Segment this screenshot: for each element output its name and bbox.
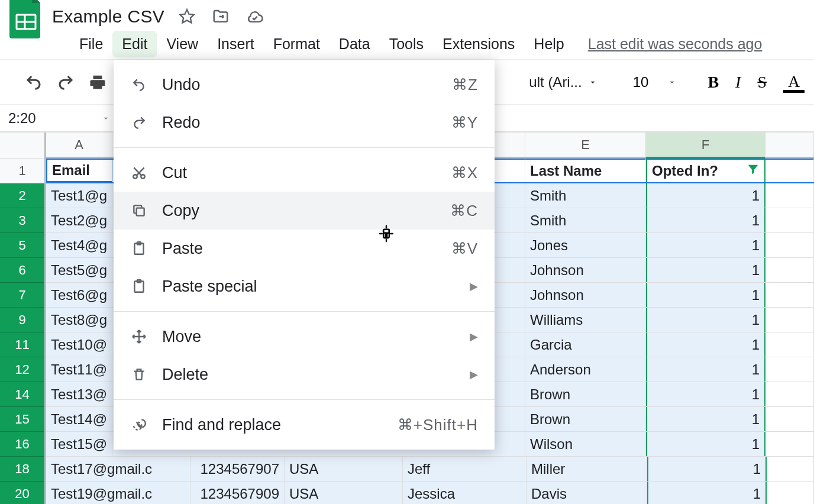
font-size-label: 10 bbox=[633, 74, 649, 91]
menu-help[interactable]: Help bbox=[524, 31, 573, 57]
print-icon[interactable] bbox=[89, 73, 106, 91]
font-family-label: ult (Ari... bbox=[529, 74, 582, 91]
menuitem-paste[interactable]: Paste⌘V bbox=[114, 230, 495, 267]
cut-icon bbox=[130, 165, 148, 180]
row-number[interactable]: 1 bbox=[0, 159, 44, 183]
menu-insert[interactable]: Insert bbox=[208, 31, 264, 57]
menu-view[interactable]: View bbox=[157, 31, 208, 57]
header-lastname[interactable]: Last Name bbox=[525, 159, 646, 182]
row-number[interactable]: 18 bbox=[0, 457, 44, 482]
table-row[interactable]: Test17@gmail.c 1234567907 USA Jeff Mille… bbox=[46, 457, 814, 482]
font-family-select[interactable]: ult (Ari... bbox=[529, 74, 597, 91]
menuitem-redo[interactable]: Redo⌘Y bbox=[114, 104, 495, 141]
chevron-down-icon bbox=[101, 114, 111, 123]
row-number[interactable]: 5 bbox=[0, 233, 44, 258]
menu-edit[interactable]: Edit bbox=[112, 31, 157, 57]
row-number[interactable]: 20 bbox=[0, 482, 44, 504]
bold-button[interactable]: B bbox=[708, 73, 719, 92]
menuitem-move[interactable]: Move▶ bbox=[114, 318, 495, 356]
find-icon bbox=[130, 417, 148, 432]
header-opted[interactable]: Opted In? bbox=[646, 159, 765, 182]
row-number[interactable]: 2 bbox=[0, 183, 44, 208]
italic-button[interactable]: I bbox=[735, 73, 741, 92]
svg-point-5 bbox=[141, 175, 145, 179]
document-title[interactable]: Example CSV bbox=[52, 7, 164, 27]
svg-rect-6 bbox=[137, 208, 144, 216]
menu-extensions[interactable]: Extensions bbox=[433, 31, 524, 57]
undo-icon bbox=[130, 77, 148, 92]
menu-format[interactable]: Format bbox=[264, 31, 330, 57]
row-number[interactable]: 16 bbox=[0, 432, 44, 457]
row-number[interactable]: 12 bbox=[0, 357, 44, 382]
name-box-value: 2:20 bbox=[8, 110, 36, 127]
menubar: File Edit View Insert Format Data Tools … bbox=[0, 28, 814, 59]
chevron-right-icon: ▶ bbox=[470, 368, 478, 381]
menuitem-find-and-replace[interactable]: Find and replace⌘+Shift+H bbox=[114, 406, 495, 444]
row-number[interactable]: 14 bbox=[0, 382, 44, 407]
copy-icon bbox=[130, 203, 148, 218]
edit-menu-dropdown: Undo⌘ZRedo⌘YCut⌘XCopy⌘CPaste⌘VPaste spec… bbox=[114, 60, 495, 450]
chevron-right-icon: ▶ bbox=[470, 330, 478, 343]
star-icon[interactable] bbox=[179, 8, 195, 25]
col-header-f[interactable]: F bbox=[646, 133, 765, 159]
menuitem-undo[interactable]: Undo⌘Z bbox=[114, 66, 495, 104]
last-edit-link[interactable]: Last edit was seconds ago bbox=[588, 35, 763, 53]
menuitem-cut[interactable]: Cut⌘X bbox=[114, 154, 495, 192]
col-header-a[interactable]: A bbox=[46, 133, 112, 157]
svg-point-4 bbox=[133, 175, 137, 179]
row-number[interactable]: 11 bbox=[0, 332, 44, 357]
font-size-select[interactable]: 10 bbox=[633, 74, 677, 91]
undo-icon[interactable] bbox=[25, 73, 43, 91]
row-number[interactable]: 7 bbox=[0, 283, 44, 308]
col-header-e[interactable]: E bbox=[525, 133, 646, 157]
filter-icon[interactable] bbox=[747, 163, 760, 179]
app-logo[interactable] bbox=[9, 0, 43, 39]
row-number[interactable]: 15 bbox=[0, 407, 44, 432]
menuitem-copy[interactable]: Copy⌘C bbox=[114, 192, 495, 230]
chevron-right-icon: ▶ bbox=[470, 280, 478, 293]
row-number[interactable]: 3 bbox=[0, 208, 44, 233]
table-row[interactable]: Test19@gmail.c 1234567909 USA Jessica Da… bbox=[46, 482, 814, 504]
menuitem-paste-special[interactable]: Paste special▶ bbox=[114, 267, 495, 305]
text-color-button[interactable]: A bbox=[783, 72, 805, 93]
redo-icon bbox=[130, 115, 148, 130]
menu-tools[interactable]: Tools bbox=[380, 31, 433, 57]
cloud-status-icon[interactable] bbox=[246, 8, 264, 25]
menu-file[interactable]: File bbox=[70, 31, 112, 57]
redo-icon[interactable] bbox=[57, 73, 75, 91]
name-box[interactable]: 2:20 bbox=[4, 108, 115, 129]
menu-data[interactable]: Data bbox=[330, 31, 380, 57]
header-email[interactable]: Email bbox=[46, 159, 112, 182]
svg-marker-3 bbox=[180, 9, 193, 22]
menuitem-delete[interactable]: Delete▶ bbox=[114, 356, 495, 393]
delete-icon bbox=[130, 367, 148, 382]
row-number[interactable]: 6 bbox=[0, 258, 44, 283]
paste-icon bbox=[130, 279, 148, 294]
move-to-folder-icon[interactable] bbox=[212, 8, 230, 25]
title-bar: Example CSV bbox=[0, 0, 814, 28]
paste-icon bbox=[130, 241, 148, 256]
row-number[interactable]: 9 bbox=[0, 308, 44, 332]
move-icon bbox=[130, 329, 148, 344]
strikethrough-button[interactable]: S bbox=[757, 73, 767, 92]
